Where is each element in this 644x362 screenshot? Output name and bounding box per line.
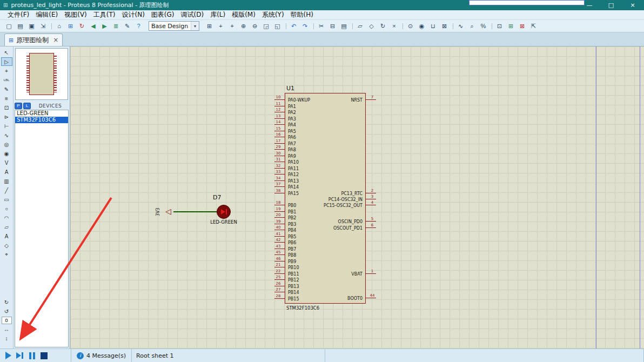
- PA10[interactable]: 31 PA10: [285, 159, 365, 165]
- undo-button[interactable]: ↶: [288, 21, 299, 31]
- zoom-out-button[interactable]: ⊖: [249, 21, 260, 31]
- terminal-mode-button[interactable]: ⊳: [1, 112, 12, 121]
- center-at-cursor-button[interactable]: ⌖: [226, 21, 238, 31]
- PB10[interactable]: 21 PB10: [285, 264, 365, 271]
- menu-item[interactable]: 系统(Y): [259, 10, 287, 19]
- menu-item[interactable]: 调试(D): [178, 10, 207, 19]
- PB6[interactable]: 42 PB6: [285, 239, 365, 246]
- pick-parts-button[interactable]: ⊙: [405, 21, 416, 31]
- pick-devices-button[interactable]: P: [15, 103, 22, 109]
- design-explorer-button[interactable]: ⊡: [494, 21, 505, 31]
- redo-button[interactable]: ↷: [299, 21, 311, 31]
- wire-autorouter-button[interactable]: ∿: [455, 21, 466, 31]
- PB13[interactable]: 26 PB13: [285, 283, 365, 290]
- library-manager-button[interactable]: L: [23, 103, 31, 109]
- stop-simulation-button[interactable]: [41, 352, 48, 359]
- search-and-tag-button[interactable]: ⌕: [466, 21, 478, 31]
- block-move-button[interactable]: ◇: [366, 21, 377, 31]
- menu-item[interactable]: 工具(T): [90, 10, 119, 19]
- copy-button[interactable]: ⊟: [327, 21, 338, 31]
- save-project-button[interactable]: ▣: [26, 21, 37, 31]
- buses-mode-button[interactable]: ≡: [1, 94, 12, 103]
- goto-parent-sheet-button[interactable]: ⇱: [528, 21, 539, 31]
- next-sheet-button[interactable]: ▶: [99, 21, 110, 31]
- pin[interactable]: 1 VBAT: [351, 271, 365, 277]
- PB12[interactable]: 25 PB12: [285, 277, 365, 283]
- pause-simulation-button[interactable]: [28, 352, 36, 359]
- PB9[interactable]: 46 PB9: [285, 258, 365, 265]
- make-device-button[interactable]: ◉: [416, 21, 427, 31]
- PA6[interactable]: 16 PA6: [285, 134, 365, 140]
- 2d-arc-mode-button[interactable]: ◠: [1, 213, 12, 222]
- PA8[interactable]: 29 PA8: [285, 146, 365, 153]
- component-mode-button[interactable]: ▷: [1, 57, 12, 66]
- component-d7-led[interactable]: [217, 205, 231, 219]
- paste-button[interactable]: ▤: [338, 21, 350, 31]
- rotate-clockwise-button[interactable]: ↻: [1, 298, 12, 306]
- PA2[interactable]: 12 PA2: [285, 109, 365, 116]
- bill-of-materials-button[interactable]: ≣: [110, 21, 122, 31]
- false-origin-button[interactable]: +: [215, 21, 226, 31]
- generator-mode-button[interactable]: ◉: [1, 149, 12, 158]
- tab-close-icon[interactable]: ×: [53, 36, 58, 44]
- PB8[interactable]: 45 PB8: [285, 252, 365, 258]
- message-area[interactable]: i 4 Message(s): [71, 349, 132, 362]
- text-script-mode-button[interactable]: ✎: [1, 85, 12, 93]
- pin[interactable]: 7 NRST: [351, 97, 365, 103]
- pin[interactable]: 4 PC15-OSC32_OUT: [324, 202, 365, 209]
- y-mirror-button[interactable]: ↕: [1, 334, 12, 343]
- marker-mode-button[interactable]: ⌖: [1, 250, 12, 259]
- device-pin-mode-button[interactable]: ⊢: [1, 122, 12, 130]
- menu-item[interactable]: 图表(G): [148, 10, 178, 19]
- restore-button[interactable]: □: [606, 2, 616, 9]
- 2d-symbol-mode-button[interactable]: ◇: [1, 241, 12, 250]
- PA12[interactable]: 33 PA12: [285, 171, 365, 178]
- open-project-button[interactable]: ▤: [15, 21, 26, 31]
- import-legacy-button[interactable]: ⇲: [37, 21, 49, 31]
- PA5[interactable]: 15 PA5: [285, 128, 365, 135]
- 2d-text-mode-button[interactable]: A: [1, 232, 12, 240]
- zoom-sheet-button[interactable]: ◱: [272, 21, 283, 31]
- previous-sheet-button[interactable]: ◀: [88, 21, 99, 31]
- run-simulation-button[interactable]: [5, 352, 11, 359]
- menu-item[interactable]: 帮助(H): [287, 10, 317, 19]
- pin[interactable]: 5 OSCIN_PD0: [338, 218, 365, 225]
- PB7[interactable]: 43 PB7: [285, 246, 365, 252]
- decompose-button[interactable]: ⊠: [439, 21, 450, 31]
- menu-item[interactable]: 库(L): [207, 10, 229, 19]
- block-rotate-button[interactable]: ↻: [377, 21, 388, 31]
- wire-3v3-to-led[interactable]: [173, 211, 217, 212]
- 2d-circle-mode-button[interactable]: ○: [1, 204, 12, 213]
- property-assignment-button[interactable]: %: [478, 21, 489, 31]
- PA1[interactable]: 11 PA1: [285, 103, 365, 110]
- PA11[interactable]: 32 PA11: [285, 165, 365, 172]
- tab-schematic-capture[interactable]: ⊞ 原理图绘制 ×: [4, 33, 63, 46]
- menu-item[interactable]: 模版(M): [229, 10, 259, 19]
- pin[interactable]: 3 PC14-OSC32_IN: [328, 196, 365, 203]
- home-page-button[interactable]: ⌂: [53, 21, 65, 31]
- power-terminal-icon[interactable]: ◁: [165, 207, 171, 216]
- schematic-canvas[interactable]: U1 STM32F103C6 10 PA0-WKUP 11: [70, 46, 644, 348]
- packaging-tool-button[interactable]: ⊔: [427, 21, 439, 31]
- pin[interactable]: 2 PC13_RTC: [341, 190, 365, 197]
- pin[interactable]: 6 OSCOUT_PD1: [333, 225, 365, 231]
- menu-item[interactable]: 文件(F): [4, 10, 32, 19]
- new-sheet-button[interactable]: ⊞: [505, 21, 516, 31]
- virtual-instruments-mode-button[interactable]: ▥: [1, 177, 12, 185]
- 2d-box-mode-button[interactable]: ▭: [1, 195, 12, 204]
- component-u1-stm32f103c6[interactable]: U1 STM32F103C6 10 PA0-WKUP 11: [285, 93, 366, 304]
- block-delete-button[interactable]: ×: [388, 21, 400, 31]
- help-button[interactable]: ?: [133, 21, 144, 31]
- graph-mode-button[interactable]: ∿: [1, 131, 12, 139]
- menu-item[interactable]: 视图(V): [61, 10, 90, 19]
- PB5[interactable]: 41 PB5: [285, 233, 365, 240]
- x-mirror-button[interactable]: ↔: [1, 325, 12, 333]
- close-button[interactable]: ×: [628, 2, 638, 9]
- menu-item[interactable]: 编辑(E): [32, 10, 61, 19]
- redraw-display-button[interactable]: ↻: [76, 21, 88, 31]
- PB14[interactable]: 27 PB14: [285, 289, 365, 296]
- minimize-button[interactable]: —: [585, 2, 594, 9]
- 2d-line-mode-button[interactable]: ╱: [1, 186, 12, 195]
- tape-recorder-mode-button[interactable]: ◎: [1, 140, 12, 149]
- pin[interactable]: 44 BOOT0: [347, 295, 365, 301]
